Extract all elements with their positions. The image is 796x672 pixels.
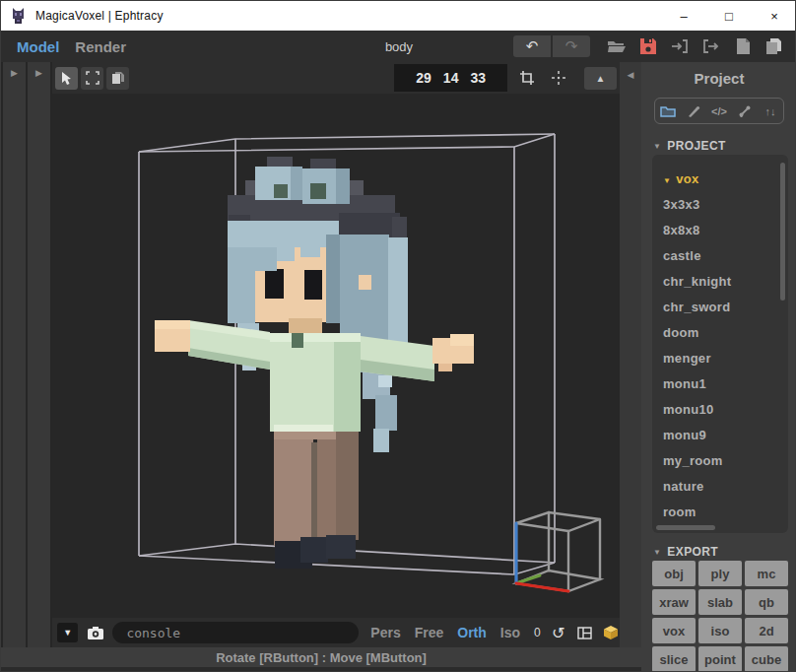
tree-root-vox[interactable]: ▼vox	[652, 167, 788, 192]
undo-icon: ↶	[526, 37, 539, 55]
titlebar: MagicaVoxel | Ephtracy – □ ×	[1, 1, 796, 31]
export-format-button[interactable]: vox	[652, 618, 696, 643]
list-item[interactable]: doom	[652, 320, 788, 346]
section-collapse-icon: ▼	[653, 142, 661, 151]
app-window: MagicaVoxel | Ephtracy – □ × Model Rende…	[0, 0, 796, 672]
minimize-button[interactable]: –	[661, 1, 706, 31]
panel-mode-icons: </> ↑↓	[654, 98, 784, 124]
copy-tool-button[interactable]	[106, 67, 129, 90]
console-dropdown-button[interactable]: ▼	[57, 623, 78, 642]
select-tool-button[interactable]	[81, 67, 103, 90]
new-document-button[interactable]	[730, 34, 756, 58]
split-view-icon	[577, 627, 592, 639]
code-icon: </>	[711, 105, 727, 117]
sort-tab[interactable]: ↑↓	[761, 101, 780, 121]
console-input[interactable]	[112, 622, 359, 643]
export-format-button[interactable]: point	[698, 646, 742, 672]
orientation-cube-widget[interactable]	[516, 512, 600, 591]
export-format-button[interactable]: xraw	[652, 589, 696, 615]
save-floppy-icon	[639, 37, 657, 55]
export-format-button[interactable]: 2d	[745, 618, 788, 643]
dropdown-icon: ▼	[63, 628, 72, 638]
view-mode-iso[interactable]: Iso	[500, 625, 520, 640]
horizontal-scrollbar[interactable]	[656, 525, 715, 530]
crosshair-center-icon	[551, 70, 566, 86]
export-format-button[interactable]: slab	[698, 589, 742, 615]
view-mode-pers[interactable]: Pers	[370, 625, 400, 640]
save-button[interactable]	[635, 34, 661, 58]
open-folder-button[interactable]	[604, 34, 630, 58]
list-item[interactable]: chr_sword	[652, 295, 788, 320]
split-view-button[interactable]	[575, 623, 593, 642]
duplicate-document-button[interactable]	[762, 34, 787, 58]
export-format-button[interactable]: qb	[745, 589, 788, 615]
export-section-header[interactable]: ▼ EXPORT	[653, 545, 718, 559]
list-item[interactable]: monu1	[652, 371, 788, 397]
export-button[interactable]	[698, 34, 724, 58]
project-panel: Project </>	[641, 62, 796, 672]
statusbar-filler	[1, 667, 641, 672]
undo-button[interactable]: ↶	[513, 35, 551, 57]
screenshot-button[interactable]	[84, 622, 106, 643]
grid-size-display[interactable]: 29 14 33	[394, 64, 507, 92]
rig-tab[interactable]	[735, 101, 755, 121]
expand-right-icon[interactable]: ▶	[28, 68, 50, 78]
rotate-step-value[interactable]: 0	[534, 626, 541, 639]
redo-button[interactable]: ↷	[553, 35, 590, 57]
export-format-button[interactable]: slice	[652, 646, 696, 672]
list-item[interactable]: menger	[652, 346, 788, 371]
collapsed-palette-strip[interactable]: ▶	[3, 62, 26, 647]
project-folder-tab[interactable]	[658, 101, 678, 121]
maximize-button[interactable]: □	[706, 1, 752, 31]
redo-icon: ↷	[565, 37, 578, 55]
axis-x-red	[516, 583, 568, 591]
list-item[interactable]: monu9	[652, 423, 788, 448]
list-item[interactable]: 8x8x8	[652, 218, 788, 243]
list-item[interactable]: chr_knight	[652, 269, 788, 295]
collapsed-tools-strip[interactable]: ▶	[28, 62, 50, 647]
window-title: MagicaVoxel | Ephtracy	[35, 9, 164, 23]
crop-icon	[519, 70, 535, 86]
list-item[interactable]: my_room	[652, 448, 788, 474]
export-format-button[interactable]: iso	[698, 618, 742, 643]
export-format-button[interactable]: obj	[652, 561, 696, 586]
import-button[interactable]	[667, 34, 693, 58]
list-item[interactable]: monu10	[652, 397, 788, 423]
list-item[interactable]: room	[652, 500, 788, 525]
sort-icon: ↑↓	[765, 105, 776, 117]
collapse-left-icon[interactable]: ◀	[620, 70, 641, 80]
crop-button[interactable]	[515, 66, 539, 90]
magicavoxel-logo-icon	[10, 7, 28, 25]
export-section-label: EXPORT	[667, 545, 718, 559]
list-item[interactable]: nature	[652, 474, 788, 500]
folder-icon	[660, 104, 676, 117]
view-mode-orth[interactable]: Orth	[457, 625, 487, 640]
cursor-tool-button[interactable]	[55, 67, 78, 90]
grid-size-x: 29	[416, 70, 431, 86]
close-button[interactable]: ×	[752, 1, 796, 31]
project-section-header[interactable]: ▼ PROJECT	[653, 139, 726, 153]
export-format-button[interactable]: mc	[745, 561, 788, 586]
section-collapse-icon: ▼	[653, 548, 661, 557]
list-item[interactable]: 3x3x3	[652, 192, 788, 218]
bone-icon	[738, 104, 752, 118]
export-format-button[interactable]: cube	[745, 646, 788, 672]
view-mode-free[interactable]: Free	[415, 625, 444, 640]
rotate-ccw-icon: ↺	[552, 624, 564, 642]
project-file-list[interactable]: ▼vox 3x3x3 8x8x8 castle chr_knight chr_s…	[652, 155, 788, 533]
expand-right-icon[interactable]: ▶	[3, 68, 26, 78]
expand-up-button[interactable]: ▲	[584, 67, 617, 90]
voxel-canvas[interactable]	[52, 94, 620, 618]
export-format-button[interactable]: ply	[698, 561, 742, 586]
show-cube-button[interactable]	[602, 623, 620, 642]
vertical-scrollbar[interactable]	[780, 163, 785, 301]
brush-tab[interactable]	[684, 101, 703, 121]
panel-divider-strip[interactable]: ◀	[620, 62, 641, 647]
code-tab[interactable]: </>	[709, 101, 729, 121]
axis-y-green	[516, 575, 540, 583]
fit-center-button[interactable]	[547, 66, 570, 90]
menubar: Model Render body ↶ ↷	[1, 31, 796, 62]
list-item[interactable]: castle	[652, 243, 788, 269]
folder-open-icon	[607, 38, 627, 54]
rotate-view-button[interactable]: ↺	[550, 623, 567, 642]
